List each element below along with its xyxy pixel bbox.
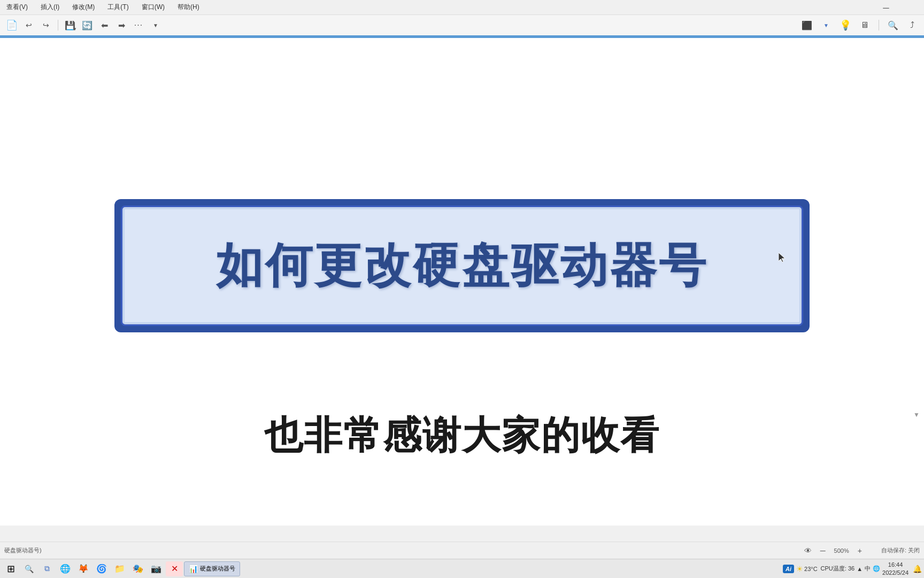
active-app-label: 硬盘驱动器号 xyxy=(200,565,235,573)
status-bar-right: 👁 ─ 500% + 自动保存: 关闭 xyxy=(804,546,920,555)
cpu-label: CPU温度: 36 xyxy=(821,565,855,573)
menu-tools[interactable]: 工具(T) xyxy=(105,2,130,13)
taskview-button[interactable]: ⧉ xyxy=(38,561,56,576)
explorer-icon[interactable]: 📁 xyxy=(111,561,128,576)
clock-time: 16:44 xyxy=(882,561,908,568)
menu-help[interactable]: 帮助(H) xyxy=(175,2,202,13)
app2-icon[interactable]: 📷 xyxy=(148,561,165,576)
menu-window[interactable]: 窗口(W) xyxy=(140,2,167,13)
menu-insert[interactable]: 插入(I) xyxy=(38,2,61,13)
subtitle-text: 也非常感谢大家的收看 xyxy=(264,414,660,457)
toolbar: 📄 ↩ ↪ 💾 ▼ 🔄 ⬅ ➡ ··· ▼ ⬛ ▼ 💡 🖥 🔍 ⤴ xyxy=(0,15,924,36)
status-bar-left: 硬盘驱动器号) xyxy=(4,546,42,554)
start-button[interactable]: ⊞ xyxy=(2,561,19,576)
separator-1 xyxy=(58,20,58,31)
edge-icon[interactable]: 🌀 xyxy=(93,561,110,576)
zoom-decrease-btn[interactable]: ─ xyxy=(820,546,826,555)
weather-icon: ☀ xyxy=(796,565,803,573)
minimize-button[interactable]: ─ xyxy=(874,0,898,16)
refresh-button[interactable]: 🔄 xyxy=(80,18,95,33)
chrome-icon[interactable]: 🌐 xyxy=(57,561,74,576)
outer-border: 如何更改硬盘驱动器号 xyxy=(114,199,810,332)
forward-button[interactable]: ➡ xyxy=(114,18,129,33)
zoom-button[interactable]: 🔍 xyxy=(886,18,900,33)
slide-title: 如何更改硬盘驱动器号 xyxy=(216,234,708,298)
undo-button[interactable]: ↩ xyxy=(21,18,36,33)
main-content: 如何更改硬盘驱动器号 也非常感谢大家的收看 ▼ xyxy=(0,38,924,526)
menu-modify[interactable]: 修改(M) xyxy=(70,2,97,13)
redo-button[interactable]: ↪ xyxy=(38,18,53,33)
app1-icon[interactable]: 🎭 xyxy=(129,561,147,576)
save-button[interactable]: 💾 ▼ xyxy=(63,18,78,33)
chinese-input-icon[interactable]: 中 xyxy=(865,565,871,573)
view-icon[interactable]: 👁 xyxy=(804,546,812,555)
active-app-button[interactable]: 📊 硬盘驱动器号 xyxy=(184,561,240,576)
up-arrow-icon: ▲ xyxy=(857,566,863,572)
auto-save-status: 自动保存: 关闭 xyxy=(881,546,920,554)
more-button[interactable]: ··· xyxy=(131,18,146,33)
back-button[interactable]: ⬅ xyxy=(97,18,112,33)
doc-name-label: 硬盘驱动器号) xyxy=(4,546,42,554)
slide-title-box: 如何更改硬盘驱动器号 xyxy=(114,199,810,332)
file-icon: 📄 xyxy=(4,18,19,33)
menu-bar: 查看(V) 插入(I) 修改(M) 工具(T) 窗口(W) 帮助(H) xyxy=(0,0,924,15)
taskbar-clock[interactable]: 16:44 2022/5/24 xyxy=(882,561,908,576)
separator-2 xyxy=(879,20,879,31)
toolbar-right: ⬛ ▼ 💡 🖥 🔍 ⤴ xyxy=(799,18,920,33)
zoom-level: 500% xyxy=(834,547,849,554)
inner-box: 如何更改硬盘驱动器号 xyxy=(121,206,803,326)
dropdown-button[interactable]: ▼ xyxy=(148,18,163,33)
system-icons: ▲ 中 🌐 xyxy=(857,565,880,573)
temp-label: 23°C xyxy=(804,566,818,572)
menu-view[interactable]: 查看(V) xyxy=(4,2,30,13)
zoom-increase-btn[interactable]: + xyxy=(858,546,862,555)
search-taskbar-button[interactable]: 🔍 xyxy=(20,561,37,576)
status-bar: 硬盘驱动器号) 👁 ─ 500% + 自动保存: 关闭 xyxy=(0,542,924,559)
notification-button[interactable]: 🔔 xyxy=(913,565,922,573)
bulb-button[interactable]: 💡 xyxy=(838,18,853,33)
presentation-view-button[interactable]: ⬛ xyxy=(799,18,814,33)
scroll-indicator: ▼ xyxy=(913,411,920,419)
network-icon[interactable]: 🌐 xyxy=(873,565,880,572)
subtitle-area: 也非常感谢大家的收看 xyxy=(264,410,660,461)
monitor-button[interactable]: 🖥 xyxy=(857,18,872,33)
app3-icon[interactable]: ✕ xyxy=(166,561,183,576)
taskbar: ⊞ 🔍 ⧉ 🌐 🦊 🌀 📁 🎭 📷 ✕ 📊 硬盘驱动器号 Ai ☀ 23°C C… xyxy=(0,559,924,578)
presentation-view-dropdown[interactable]: ▼ xyxy=(819,18,834,33)
clock-date: 2022/5/24 xyxy=(882,569,908,576)
ai-label[interactable]: Ai xyxy=(783,565,794,573)
taskbar-right: Ai ☀ 23°C CPU温度: 36 ▲ 中 🌐 16:44 2022/5/2… xyxy=(783,561,922,576)
share-button[interactable]: ⤴ xyxy=(905,18,920,33)
system-tray: ☀ 23°C CPU温度: 36 xyxy=(796,565,854,573)
firefox-icon[interactable]: 🦊 xyxy=(75,561,92,576)
